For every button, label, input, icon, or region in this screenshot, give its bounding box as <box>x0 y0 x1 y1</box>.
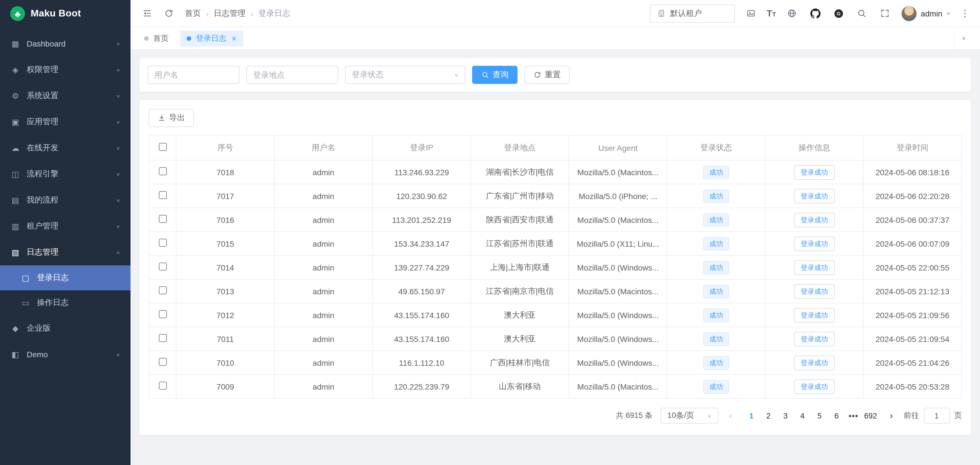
image-icon[interactable] <box>743 6 758 21</box>
operation-tag[interactable]: 登录成功 <box>794 355 835 370</box>
operation-tag[interactable]: 登录成功 <box>794 284 835 298</box>
cell-time: 2024-05-05 22:00:55 <box>863 256 962 279</box>
sidebar-item-app-management[interactable]: ▣应用管理∨ <box>0 109 130 135</box>
page-number[interactable]: 2 <box>760 408 777 424</box>
cell-ip: 113.201.252.219 <box>372 208 471 232</box>
operation-tag[interactable]: 登录成功 <box>794 260 835 275</box>
prev-page-button[interactable]: ‹ <box>726 411 735 421</box>
next-page-button[interactable]: › <box>887 411 896 421</box>
page: ♣ Maku Boot ▦Dashboard∨◈权限管理∨⚙系统设置∨▣应用管理… <box>0 0 980 465</box>
cell-checkbox <box>149 208 176 232</box>
sidebar-item-enterprise[interactable]: ◆企业版 <box>0 315 130 341</box>
page-number[interactable]: 4 <box>794 408 811 424</box>
sidebar-item-operation-log[interactable]: ▭操作日志 <box>0 290 130 315</box>
cell-id: 7013 <box>176 279 274 303</box>
column-header: 登录时间 <box>863 135 962 160</box>
globe-icon[interactable] <box>784 6 799 21</box>
tab-login-log[interactable]: 登录日志× <box>180 30 243 46</box>
row-checkbox[interactable] <box>159 167 167 175</box>
close-icon[interactable]: × <box>232 34 237 43</box>
tab-dot <box>187 36 191 41</box>
row-checkbox[interactable] <box>159 382 167 390</box>
page-number[interactable]: 6 <box>828 408 845 424</box>
cell-operation: 登录成功 <box>765 351 863 375</box>
tab-actions-dropdown[interactable]: ∨ <box>954 27 973 49</box>
sidebar-item-login-log[interactable]: ▢登录日志 <box>0 265 130 290</box>
sidebar-menu: ▦Dashboard∨◈权限管理∨⚙系统设置∨▣应用管理∨☁在线开发∨◫流程引擎… <box>0 27 130 465</box>
username-input[interactable] <box>148 66 239 84</box>
goto-prefix: 前往 <box>904 411 919 421</box>
search-icon[interactable] <box>854 6 869 21</box>
row-checkbox[interactable] <box>159 358 167 366</box>
row-checkbox[interactable] <box>159 310 167 318</box>
status-tag: 成功 <box>703 380 729 393</box>
search-button[interactable]: 查询 <box>472 66 517 84</box>
sidebar-item-permission[interactable]: ◈权限管理∨ <box>0 57 130 83</box>
cell-operation: 登录成功 <box>765 160 863 184</box>
page-ellipsis[interactable]: ••• <box>845 411 862 420</box>
reset-button[interactable]: 重置 <box>524 66 570 84</box>
location-input[interactable] <box>246 66 338 84</box>
export-button[interactable]: 导出 <box>149 109 194 127</box>
fullscreen-icon[interactable] <box>878 6 892 21</box>
table-body: 7018admin113.246.93.229湖南省|长沙市|电信Mozilla… <box>149 160 962 398</box>
app-root: ♣ Maku Boot ▦Dashboard∨◈权限管理∨⚙系统设置∨▣应用管理… <box>0 0 980 465</box>
page-number[interactable]: 5 <box>811 408 828 424</box>
cell-checkbox <box>149 327 176 351</box>
sidebar-item-log[interactable]: ▧日志管理∧ <box>0 239 130 265</box>
sidebar-item-tenant[interactable]: ▥租户管理∨ <box>0 213 130 239</box>
operation-tag[interactable]: 登录成功 <box>794 213 835 227</box>
row-checkbox[interactable] <box>159 191 167 199</box>
chevron-down-icon: ∨ <box>116 198 120 203</box>
row-checkbox[interactable] <box>159 263 167 270</box>
page-number[interactable]: 1 <box>743 408 760 424</box>
gitee-icon[interactable] <box>831 6 846 21</box>
sidebar-item-online-dev[interactable]: ☁在线开发∨ <box>0 135 130 161</box>
operation-tag[interactable]: 登录成功 <box>794 165 835 179</box>
breadcrumb-home[interactable]: 首页 <box>185 8 201 18</box>
page-number[interactable]: 692 <box>862 408 879 424</box>
sidebar-item-demo[interactable]: ◧Demo∨ <box>0 341 130 367</box>
operation-tag[interactable]: 登录成功 <box>794 189 835 203</box>
row-checkbox[interactable] <box>159 215 167 223</box>
refresh-icon[interactable] <box>161 6 176 21</box>
status-tag: 成功 <box>703 284 729 298</box>
sidebar-item-flow-engine[interactable]: ◫流程引擎∨ <box>0 161 130 187</box>
kebab-menu-icon[interactable]: ⋮ <box>959 7 971 19</box>
github-icon[interactable] <box>808 6 822 21</box>
row-checkbox[interactable] <box>159 286 167 294</box>
app-logo[interactable]: ♣ Maku Boot <box>0 0 130 27</box>
cell-ip: 43.155.174.160 <box>372 327 471 351</box>
row-checkbox[interactable] <box>159 239 167 247</box>
topbar: 首页 › 日志管理 › 登录日志 默认租户 TT <box>130 0 980 27</box>
status-select[interactable]: 登录状态 ∨ <box>345 66 465 84</box>
tab-home[interactable]: 首页 <box>137 30 175 46</box>
cell-username: admin <box>274 184 372 208</box>
operation-tag[interactable]: 登录成功 <box>794 332 835 346</box>
font-size-icon[interactable]: TT <box>767 9 776 18</box>
page-number[interactable]: 3 <box>777 408 794 424</box>
sidebar-item-dashboard[interactable]: ▦Dashboard∨ <box>0 31 130 57</box>
operation-tag[interactable]: 登录成功 <box>794 308 835 322</box>
select-all-checkbox[interactable] <box>159 143 167 151</box>
collapse-sidebar-icon[interactable] <box>140 6 154 21</box>
sidebar-item-my-flow[interactable]: ▤我的流程∨ <box>0 187 130 213</box>
user-menu[interactable]: admin ∨ <box>901 5 950 21</box>
breadcrumb-log[interactable]: 日志管理 <box>214 8 245 18</box>
cell-operation: 登录成功 <box>765 184 863 208</box>
row-checkbox[interactable] <box>159 334 167 342</box>
page-size-select[interactable]: 10条/页 ∨ <box>660 408 718 424</box>
sidebar-item-system-settings[interactable]: ⚙系统设置∨ <box>0 83 130 109</box>
sidebar-item-label: 系统设置 <box>27 91 110 101</box>
table-header-row: 序号用户名登录IP登录地点User Agent登录状态操作信息登录时间 <box>149 135 962 160</box>
table-card: 导出 序号用户名登录IP登录地点User Agent登录状态操作信息登录时间 7… <box>140 100 971 435</box>
goto-page-input[interactable] <box>924 408 950 424</box>
operation-tag[interactable]: 登录成功 <box>794 379 835 394</box>
tenant-select[interactable]: 默认租户 <box>650 4 735 22</box>
cell-checkbox <box>149 256 176 279</box>
cell-checkbox <box>149 232 176 256</box>
operation-tag[interactable]: 登录成功 <box>794 236 835 251</box>
status-tag: 成功 <box>703 165 729 179</box>
cell-username: admin <box>274 160 372 184</box>
cell-ip: 139.227.74.229 <box>372 256 471 279</box>
